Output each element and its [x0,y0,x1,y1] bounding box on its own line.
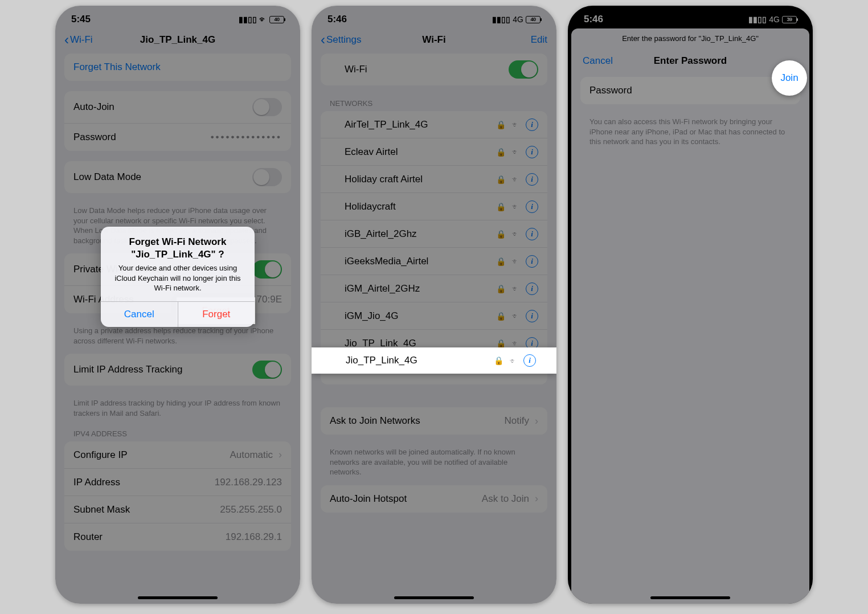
network-row[interactable]: Holiday craft Airtel 🔒 ᯤ i [321,166,547,193]
private-address-footer: Using a private address helps reduce tra… [55,324,300,354]
lock-icon: 🔒 [496,312,506,321]
info-icon[interactable]: i [526,146,538,158]
dialog-title: Forget Wi-Fi Network "Jio_TP_Link_4G" ? [110,236,245,261]
sheet-subtitle: Enter the password for "Jio_TP_Link_4G" [571,34,809,43]
network-type: 4G [513,15,523,24]
network-row-highlight[interactable]: Jio_TP_Link_4G 🔒 ᯤ i [312,347,556,374]
network-row[interactable]: Holidaycraft 🔒 ᯤ i [321,193,547,220]
limit-ip-row[interactable]: Limit IP Address Tracking [64,354,291,386]
forget-button[interactable]: Forget [178,302,255,327]
wifi-icon: ᯤ [511,202,520,211]
network-name: iGeeksMedia_Airtel [330,256,428,267]
lock-icon: 🔒 [496,148,506,157]
network-name: Ecleav Airtel [330,146,398,158]
ip-address-row: IP Address 192.168.29.123 [64,469,291,496]
info-icon[interactable]: i [526,310,538,322]
chevron-left-icon: ‹ [64,32,69,48]
auto-join-row[interactable]: Auto-Join [64,91,291,124]
network-type: 4G [769,15,780,24]
configure-ip-row[interactable]: Configure IP Automatic› [64,441,291,469]
auto-join-toggle[interactable] [252,98,282,116]
lock-icon: 🔒 [496,175,506,184]
wifi-icon: ᯤ [511,338,520,348]
cancel-button[interactable]: Cancel [101,302,178,327]
network-row[interactable]: iGB_Airtel_2Ghz 🔒 ᯤ i [321,220,547,248]
edit-button[interactable]: Edit [531,34,547,46]
password-footer: You can also access this Wi-Fi network b… [571,114,809,155]
info-icon[interactable]: i [526,255,538,268]
lock-icon: 🔒 [496,202,506,211]
networks-header: NETWORKS [312,96,556,111]
forget-network-button[interactable]: Forget This Network [64,54,291,81]
info-icon[interactable]: i [526,200,538,213]
network-row[interactable]: iGeeksMedia_Airtel 🔒 ᯤ i [321,248,547,275]
wifi-master-row[interactable]: Wi-Fi [321,54,547,85]
networks-list: AirTel_TP_Link_4G 🔒 ᯤ i Ecleav Airtel 🔒 … [321,111,547,384]
auto-join-hotspot-row[interactable]: Auto-Join Hotspot Ask to Join› [321,485,547,513]
ask-to-join-row[interactable]: Ask to Join Networks Notify› [321,407,547,435]
wifi-icon: ᯤ [509,356,518,366]
private-address-toggle[interactable] [252,260,282,279]
back-button[interactable]: ‹ Wi-Fi [64,32,93,48]
status-time: 5:46 [327,14,347,25]
network-name: Holidaycraft [330,201,396,212]
ipv4-header: IPV4 ADDRESS [55,426,300,441]
home-indicator[interactable] [138,596,218,599]
screenshot-1-forget-dialog: 5:45 ▮▮▯▯ ᯤ 40 ‹ Wi-Fi Jio_TP_Link_4G Fo… [55,6,300,604]
info-icon[interactable]: i [526,228,538,240]
subnet-mask-row: Subnet Mask 255.255.255.0 [64,496,291,523]
network-name: AirTel_TP_Link_4G [330,119,428,130]
dialog-message: Your device and other devices using iClo… [110,263,245,293]
wifi-icon: ᯤ [511,311,520,321]
info-icon[interactable]: i [526,173,538,186]
chevron-left-icon: ‹ [321,32,325,48]
home-indicator[interactable] [394,596,474,599]
network-row[interactable]: iGM_Jio_4G 🔒 ᯤ i [321,302,547,330]
join-button-highlight[interactable]: Join [772,60,807,96]
lock-icon: 🔒 [496,120,506,129]
wifi-icon: ᯤ [511,147,520,157]
screenshot-3-enter-password: 5:46 ▮▮▯▯ 4G 39 Enter the password for "… [568,6,813,604]
wifi-toggle[interactable] [509,60,538,79]
password-value: •••••••••••••• [211,132,282,143]
cancel-button[interactable]: Cancel [583,55,613,67]
wifi-icon: ᯤ [511,174,520,184]
password-sheet: Enter the password for "Jio_TP_Link_4G" … [571,28,809,604]
nav-bar: ‹ Settings Wi-Fi Edit [312,27,556,54]
low-data-toggle[interactable] [252,168,282,186]
screenshot-2-wifi-list: 5:46 ▮▮▯▯ 4G 40 ‹ Settings Wi-Fi Edit Wi… [312,6,556,604]
status-bar: 5:46 ▮▮▯▯ 4G 39 [568,6,813,27]
lock-icon: 🔒 [496,257,506,266]
battery-icon: 39 [782,16,797,23]
network-name: Holiday craft Airtel [330,174,423,185]
network-row[interactable]: iGM_Airtel_2GHz 🔒 ᯤ i [321,275,547,302]
forget-confirmation-dialog: Forget Wi-Fi Network "Jio_TP_Link_4G" ? … [101,227,255,327]
home-indicator[interactable] [650,596,730,599]
chevron-right-icon: › [279,449,282,461]
network-name: Jio_TP_Link_4G [346,355,417,366]
info-icon[interactable]: i [523,354,536,367]
ask-to-join-footer: Known networks will be joined automatica… [312,445,556,485]
status-bar: 5:45 ▮▮▯▯ ᯤ 40 [55,6,300,27]
password-field-row[interactable]: Password [580,77,800,104]
limit-ip-toggle[interactable] [252,361,282,379]
network-row[interactable]: Ecleav Airtel 🔒 ᯤ i [321,138,547,166]
low-data-mode-row[interactable]: Low Data Mode [64,161,291,193]
network-name: iGM_Airtel_2GHz [330,283,420,294]
network-name: iGM_Jio_4G [330,310,398,322]
lock-icon: 🔒 [496,284,506,293]
status-bar: 5:46 ▮▮▯▯ 4G 40 [312,6,556,27]
password-row[interactable]: Password •••••••••••••• [64,124,291,151]
info-icon[interactable]: i [526,118,538,131]
wifi-icon: ᯤ [511,120,520,129]
wifi-icon: ᯤ [511,284,520,293]
back-button[interactable]: ‹ Settings [321,32,361,48]
network-row[interactable]: AirTel_TP_Link_4G 🔒 ᯤ i [321,111,547,138]
nav-bar: ‹ Wi-Fi Jio_TP_Link_4G [55,27,300,54]
wifi-icon: ᯤ [511,256,520,266]
wifi-status-icon: ᯤ [259,15,267,24]
battery-icon: 40 [269,16,284,23]
lock-icon: 🔒 [494,356,503,365]
router-row: Router 192.168.29.1 [64,523,291,551]
info-icon[interactable]: i [526,283,538,295]
